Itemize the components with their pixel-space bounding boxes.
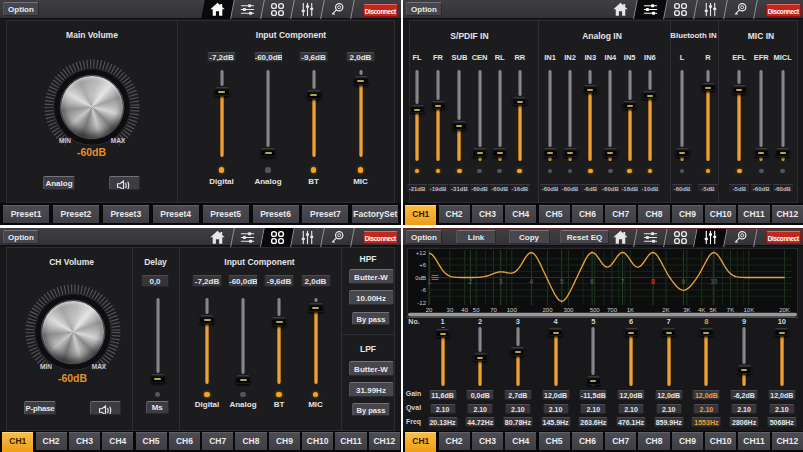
svg-text:10: 10 [710, 277, 718, 284]
svg-text:20: 20 [426, 306, 433, 312]
svg-text:4K: 4K [698, 306, 705, 312]
svg-text:3: 3 [499, 277, 503, 284]
svg-text:5: 5 [560, 277, 564, 284]
svg-text:100: 100 [507, 306, 518, 312]
svg-text:6: 6 [590, 277, 594, 284]
svg-text:+6: +6 [419, 262, 427, 268]
svg-text:50: 50 [473, 306, 480, 312]
svg-text:200: 200 [542, 306, 553, 312]
svg-text:+12: +12 [416, 249, 427, 255]
svg-text:70: 70 [490, 306, 497, 312]
svg-text:30: 30 [447, 306, 454, 312]
svg-text:-12: -12 [417, 299, 426, 305]
svg-text:-6: -6 [421, 287, 427, 293]
svg-text:700: 700 [607, 306, 618, 312]
svg-text:0dB: 0dB [415, 274, 426, 280]
svg-text:40: 40 [461, 306, 468, 312]
svg-text:500: 500 [590, 306, 601, 312]
svg-text:7: 7 [621, 277, 625, 284]
svg-text:300: 300 [563, 306, 574, 312]
svg-text:8: 8 [651, 277, 655, 284]
svg-text:7K: 7K [727, 306, 734, 312]
svg-text:4: 4 [529, 277, 533, 284]
svg-text:5K: 5K [710, 306, 717, 312]
svg-text:3K: 3K [683, 306, 690, 312]
svg-text:10K: 10K [743, 306, 754, 312]
svg-text:1: 1 [427, 277, 431, 284]
svg-text:9: 9 [682, 277, 686, 284]
svg-text:20K: 20K [779, 306, 790, 312]
svg-text:2K: 2K [662, 306, 669, 312]
svg-text:2: 2 [469, 277, 473, 284]
svg-text:1K: 1K [627, 306, 634, 312]
